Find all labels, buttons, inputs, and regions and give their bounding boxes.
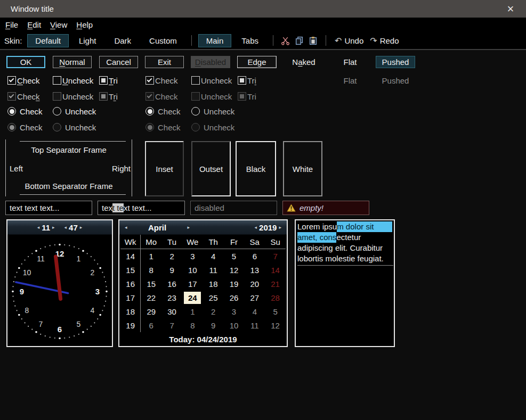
empty-warning-input[interactable]: empty! — [282, 201, 369, 215]
day-cell[interactable]: 20 — [244, 279, 265, 289]
day-cell[interactable]: 2 — [203, 307, 224, 316]
day-cell[interactable]: 16 — [161, 279, 182, 289]
day-cell[interactable]: 12 — [265, 321, 286, 330]
day-cell[interactable]: 4 — [203, 252, 224, 261]
text-input[interactable]: text text text... — [5, 201, 92, 215]
day-cell[interactable]: 1 — [182, 307, 203, 316]
day-cell[interactable]: 27 — [244, 293, 265, 302]
month-label[interactable]: April — [130, 223, 185, 232]
radiobox-check-checked[interactable]: Check — [145, 105, 181, 117]
page-tabs-button[interactable]: Tabs — [233, 34, 266, 47]
prev-year-icon[interactable]: ◂ — [253, 225, 260, 230]
copy-icon[interactable] — [294, 35, 305, 46]
skin-light-button[interactable]: Light — [71, 34, 104, 47]
checkbox-tri-tri[interactable]: Tri — [238, 75, 256, 86]
menu-item-file[interactable]: File — [5, 20, 23, 29]
skin-custom-button[interactable]: Custom — [141, 34, 185, 47]
day-cell[interactable]: 7 — [265, 252, 286, 261]
day-cell[interactable]: 29 — [141, 307, 161, 316]
day-cell[interactable]: 1 — [141, 252, 161, 261]
checkbox-mark — [99, 76, 108, 85]
lorem-textarea[interactable]: Lorem ipsum dolor sitamet, consecteturad… — [295, 219, 395, 347]
day-cell[interactable]: 11 — [203, 266, 224, 275]
day-cell[interactable]: 23 — [161, 293, 182, 302]
radiobox-check-checked[interactable]: Check — [7, 105, 43, 117]
prev-month-icon[interactable]: ◂ — [123, 225, 130, 230]
checkbox-check-checked: Check — [145, 90, 178, 102]
close-icon[interactable]: × — [503, 0, 519, 18]
day-cell[interactable]: 8 — [182, 321, 203, 330]
hour-increment-icon[interactable]: ▸ — [50, 225, 57, 230]
day-cell[interactable]: 4 — [244, 307, 265, 316]
day-cell[interactable]: 6 — [141, 321, 161, 330]
minute-spinner[interactable]: 47 — [69, 223, 78, 232]
year-label[interactable]: 2019 — [259, 223, 277, 232]
day-cell[interactable]: 26 — [224, 293, 245, 302]
checkbox-tri-tri[interactable]: Tri — [99, 75, 118, 86]
radiobox-uncheck-unchecked[interactable]: Uncheck — [191, 105, 234, 117]
day-cell[interactable]: 10 — [224, 321, 245, 330]
svg-text:9: 9 — [20, 287, 24, 296]
day-cell[interactable]: 9 — [161, 266, 182, 275]
checkbox-uncheck-unchecked[interactable]: Uncheck — [191, 75, 232, 86]
menu-item-edit[interactable]: Edit — [27, 20, 46, 29]
day-cell[interactable]: 18 — [203, 279, 224, 289]
day-cell[interactable]: 8 — [141, 266, 161, 275]
toggle-demo-rows: CheckUncheckTriCheckUncheckTriCheckUnche… — [0, 50, 526, 146]
checkbox-uncheck-unchecked[interactable]: Uncheck — [53, 75, 93, 86]
day-cell[interactable]: 10 — [182, 266, 203, 275]
checkbox-check-checked[interactable]: Check — [145, 75, 178, 86]
next-year-icon[interactable]: ▸ — [277, 225, 284, 230]
toggle-label: Uncheck — [204, 107, 234, 116]
undo-button[interactable]: ↶ Undo — [335, 36, 363, 46]
menu-item-help[interactable]: Help — [76, 20, 98, 29]
toggle-label: Check — [17, 76, 40, 85]
day-cell[interactable]: 12 — [224, 266, 245, 275]
skin-default-button[interactable]: Default — [27, 34, 69, 47]
next-month-icon[interactable]: ▸ — [185, 225, 192, 230]
radiobox-uncheck-unchecked: Uncheck — [191, 121, 234, 133]
hour-spinner[interactable]: 11 — [42, 223, 50, 232]
redo-button[interactable]: ↷ Redo — [370, 36, 399, 46]
menu-item-view[interactable]: View — [50, 20, 72, 29]
day-cell[interactable]: 3 — [182, 252, 203, 261]
day-cell[interactable]: 6 — [244, 252, 265, 261]
paste-icon[interactable] — [308, 35, 319, 46]
toggle-label: Check — [20, 123, 43, 132]
day-cell[interactable]: 11 — [244, 321, 265, 330]
radio-mark — [7, 123, 16, 131]
minute-increment-icon[interactable]: ▸ — [78, 225, 85, 230]
hour-decrement-icon[interactable]: ◂ — [35, 225, 42, 230]
day-cell[interactable]: 21 — [265, 279, 286, 289]
checkbox-mark — [53, 76, 61, 85]
calendar-header: ◂ April ▸ ◂ 2019 ▸ — [119, 220, 287, 235]
radiobox-uncheck-unchecked[interactable]: Uncheck — [53, 105, 96, 117]
skin-dark-button[interactable]: Dark — [106, 34, 139, 47]
day-cell[interactable]: 30 — [161, 307, 182, 316]
day-cell[interactable]: 19 — [224, 279, 245, 289]
day-cell[interactable]: 13 — [244, 266, 265, 275]
page-main-button[interactable]: Main — [198, 34, 232, 47]
day-cell[interactable]: 9 — [203, 321, 224, 330]
week-row: 18293012345 — [120, 304, 286, 318]
toggle-label: Check — [158, 123, 181, 132]
day-cell[interactable]: 3 — [224, 307, 245, 316]
day-cell[interactable]: 5 — [265, 307, 286, 316]
day-cell[interactable]: 25 — [203, 293, 224, 302]
selected-day-cell[interactable]: 24 — [182, 292, 203, 304]
day-cell[interactable]: 15 — [141, 279, 161, 289]
cut-icon[interactable] — [280, 35, 291, 46]
day-cell[interactable]: 28 — [265, 293, 286, 302]
svg-text:6: 6 — [58, 325, 62, 334]
minute-decrement-icon[interactable]: ◂ — [62, 225, 69, 230]
day-cell[interactable]: 17 — [182, 279, 203, 289]
day-cell[interactable]: 22 — [141, 293, 161, 302]
today-label[interactable]: Today: 04/24/2019 — [119, 332, 287, 346]
checkbox-check-checked[interactable]: Check — [7, 75, 40, 86]
day-cell[interactable]: 14 — [265, 266, 286, 275]
day-cell[interactable]: 5 — [224, 252, 245, 261]
day-cell[interactable]: 2 — [161, 252, 182, 261]
text-input-with-selection[interactable]: text text text... — [98, 201, 185, 215]
day-cell[interactable]: 7 — [161, 321, 182, 330]
week-number: 19 — [120, 318, 141, 332]
